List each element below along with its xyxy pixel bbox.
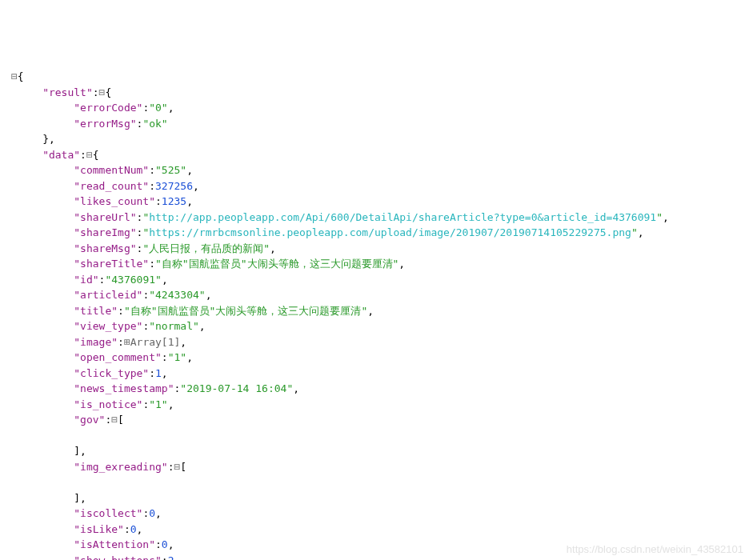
json-value: "ok" — [142, 118, 167, 130]
json-value: "4243304" — [149, 289, 205, 301]
json-key: "shareMsg" — [74, 242, 136, 254]
json-value: 327256 — [155, 180, 193, 192]
json-value: "2019-07-14 16:04" — [180, 382, 293, 394]
json-value: 1235 — [162, 195, 186, 207]
expand-icon[interactable]: ⊞ — [124, 334, 130, 350]
json-key: "view_type" — [74, 320, 142, 332]
json-key: "id" — [74, 274, 98, 286]
json-viewer: ⊟{ "result":⊟{ "errorCode":"0", "errorMs… — [11, 69, 742, 560]
json-value: 0 — [149, 507, 155, 519]
json-key: "likes_count" — [74, 195, 155, 207]
json-value: "525" — [155, 164, 186, 176]
json-value: "1" — [149, 398, 167, 410]
json-key: "commentNum" — [74, 164, 149, 176]
json-key: "click_type" — [74, 367, 149, 379]
json-key: "isAttention" — [74, 538, 155, 550]
json-key: "iscollect" — [74, 507, 142, 519]
json-key: "gov" — [74, 414, 105, 426]
json-key: "shareTitle" — [74, 258, 149, 270]
json-key: "open_comment" — [74, 351, 162, 363]
collapse-icon[interactable]: ⊟ — [111, 412, 118, 428]
json-value: "http://app.peopleapp.com/Api/600/Detail… — [142, 211, 663, 223]
json-value: "4376091" — [105, 274, 161, 286]
array-summary: Array[1] — [130, 336, 181, 348]
json-key: "read_count" — [74, 180, 149, 192]
json-value: "https://rmrbcmsonline.peopleapp.com/upl… — [142, 226, 637, 238]
json-key: "errorCode" — [74, 102, 142, 114]
json-value: "人民日报，有品质的新闻" — [142, 242, 270, 254]
json-value: 0 — [130, 523, 137, 535]
json-key: "news_timestamp" — [74, 382, 174, 394]
collapse-icon[interactable]: ⊟ — [11, 69, 18, 85]
json-key: "errorMsg" — [74, 118, 136, 130]
json-value: "normal" — [149, 320, 199, 332]
brace-open: { — [18, 70, 24, 82]
json-key: "shareUrl" — [74, 211, 136, 223]
json-value: "1" — [168, 351, 186, 363]
json-value: 0 — [162, 538, 168, 550]
json-key: "data" — [42, 149, 80, 161]
json-key: "is_notice" — [74, 398, 142, 410]
json-key: "title" — [74, 305, 118, 317]
json-key: "result" — [42, 86, 93, 98]
json-value: "自称"国航监督员"大闹头等舱，这三大问题要厘清" — [124, 305, 367, 317]
json-key: "isLike" — [74, 523, 124, 535]
json-key: "show_buttons" — [74, 554, 162, 561]
json-key: "shareImg" — [74, 226, 136, 238]
json-value: "自称"国航监督员"大闹头等舱，这三大问题要厘清" — [155, 258, 399, 270]
json-value: 2 — [168, 554, 174, 561]
json-value: "0" — [149, 102, 167, 114]
collapse-icon[interactable]: ⊟ — [86, 147, 93, 163]
json-value: 1 — [155, 367, 162, 379]
json-key: "articleid" — [74, 289, 142, 301]
json-key: "image" — [74, 336, 118, 348]
json-key: "img_exreading" — [74, 461, 167, 473]
